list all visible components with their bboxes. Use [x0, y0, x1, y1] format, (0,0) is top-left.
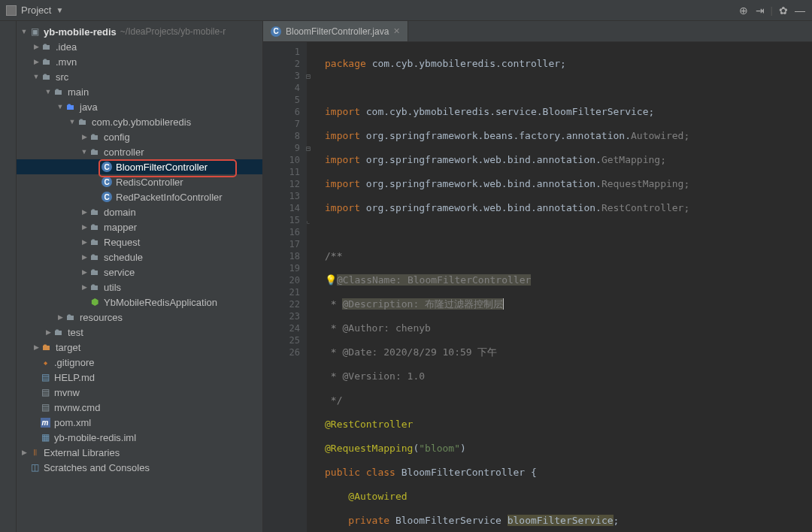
class-icon — [101, 162, 113, 172]
tree-folder-main[interactable]: ▼🖿main — [17, 84, 262, 99]
tree-folder-target[interactable]: ▶🖿target — [17, 340, 262, 355]
tree-item-mvnwcmd[interactable]: mvnw.cmd — [17, 400, 262, 415]
module-icon: ▣ — [29, 26, 41, 37]
folder-icon: 🖿 — [89, 267, 101, 277]
tree-item-iml[interactable]: yb-mobile-redis.iml — [17, 430, 262, 445]
close-icon[interactable]: ✕ — [393, 26, 400, 36]
tree-folder-service[interactable]: ▶🖿service — [17, 264, 262, 280]
code-area[interactable]: package com.cyb.ybmobileredis.controller… — [307, 42, 812, 532]
class-icon — [101, 177, 113, 187]
maven-icon — [39, 417, 51, 428]
scratch-icon — [29, 462, 41, 473]
tree-item-pom[interactable]: pom.xml — [17, 415, 262, 430]
bulb-icon[interactable]: 💡 — [325, 274, 337, 286]
tree-external-libs[interactable]: ▶External Libraries — [17, 445, 262, 460]
tree-folder-java[interactable]: ▼🖿java — [17, 99, 262, 114]
tree-folder-controller[interactable]: ▼🖿controller — [17, 144, 262, 159]
class-icon — [101, 192, 113, 202]
folder-icon: 🖿 — [89, 237, 101, 247]
folder-icon: 🖿 — [53, 86, 65, 97]
tree-item-mvnw[interactable]: mvnw — [17, 385, 262, 400]
gear-icon[interactable]: ✿ — [777, 5, 789, 17]
iml-icon — [39, 432, 51, 443]
tree-folder-mapper[interactable]: ▶🖿mapper — [17, 219, 262, 234]
tree-item-help[interactable]: HELP.md — [17, 370, 262, 385]
gutter[interactable]: 1 2 3⊟ 4 5 6 7 8 9⊟ 10 11 12 13 14 15⌞ 1… — [263, 42, 307, 532]
target-icon[interactable]: ⊕ — [738, 5, 750, 17]
tree-folder-test[interactable]: ▶🖿test — [17, 325, 262, 340]
folder-icon: 🖿 — [41, 56, 53, 67]
folder-icon: 🖿 — [89, 131, 101, 142]
file-icon — [39, 402, 51, 413]
editor: BloomFilterController.java ✕ 1 2 3⊟ 4 5 … — [263, 21, 812, 532]
tree-folder-schedule[interactable]: ▶🖿schedule — [17, 249, 262, 264]
file-icon — [39, 387, 51, 397]
folder-icon: 🖿 — [53, 327, 65, 337]
editor-tabs: BloomFilterController.java ✕ — [263, 21, 812, 42]
package-icon: 🖿 — [77, 116, 89, 127]
tree-item-rediscontroller[interactable]: RedisController — [17, 174, 262, 189]
tree-item-bloomfilter[interactable]: BloomFilterController — [17, 159, 262, 174]
tool-window-stripe[interactable] — [0, 21, 17, 532]
tree-folder-config[interactable]: ▶🖿config — [17, 129, 262, 144]
folder-icon: 🖿 — [89, 207, 101, 217]
folder-icon: 🖿 — [89, 147, 101, 157]
tree-folder-mvn[interactable]: ▶🖿.mvn — [17, 54, 262, 69]
markdown-icon — [39, 372, 51, 382]
library-icon — [29, 447, 41, 458]
tree-folder-idea[interactable]: ▶🖿.idea — [17, 39, 262, 54]
folder-icon: 🖿 — [89, 222, 101, 232]
tree-root[interactable]: ▼▣yb-mobile-redis~/IdeaProjects/yb-mobil… — [17, 24, 262, 39]
tab-bloomfilter[interactable]: BloomFilterController.java ✕ — [263, 21, 408, 41]
project-icon — [6, 5, 17, 16]
gitignore-icon — [39, 357, 51, 367]
tree-folder-src[interactable]: ▼🖿src — [17, 69, 262, 84]
folder-icon: 🖿 — [41, 342, 53, 352]
tree-package[interactable]: ▼🖿com.cyb.ybmobileredis — [17, 114, 262, 129]
folder-icon: 🖿 — [89, 282, 101, 292]
tree-folder-domain[interactable]: ▶🖿domain — [17, 204, 262, 219]
collapse-icon[interactable]: ⇥ — [754, 5, 766, 17]
project-toolbar: Project ▼ ⊕ ⇥ | ✿ — — [0, 0, 812, 21]
chevron-down-icon[interactable]: ▼ — [56, 6, 63, 14]
hide-icon[interactable]: — — [794, 5, 806, 17]
tree-folder-utils[interactable]: ▶🖿utils — [17, 280, 262, 295]
spring-icon — [89, 297, 101, 307]
folder-icon: 🖿 — [41, 41, 53, 52]
folder-icon: 🖿 — [89, 252, 101, 262]
tree-folder-resources[interactable]: ▶🖿resources — [17, 310, 262, 325]
folder-icon: 🖿 — [41, 71, 53, 82]
tree-item-app[interactable]: YbMobileRedisApplication — [17, 295, 262, 310]
folder-icon: 🖿 — [65, 101, 77, 112]
project-tree[interactable]: ▼▣yb-mobile-redis~/IdeaProjects/yb-mobil… — [17, 21, 263, 532]
tab-title: BloomFilterController.java — [286, 26, 389, 37]
tree-folder-request[interactable]: ▶🖿Request — [17, 234, 262, 249]
tree-scratches[interactable]: Scratches and Consoles — [17, 460, 262, 475]
folder-icon: 🖿 — [65, 312, 77, 322]
tree-item-redpacket[interactable]: RedPacketInfoController — [17, 189, 262, 204]
tree-item-gitignore[interactable]: .gitignore — [17, 355, 262, 370]
class-icon — [271, 26, 281, 37]
project-title[interactable]: Project — [21, 5, 51, 16]
